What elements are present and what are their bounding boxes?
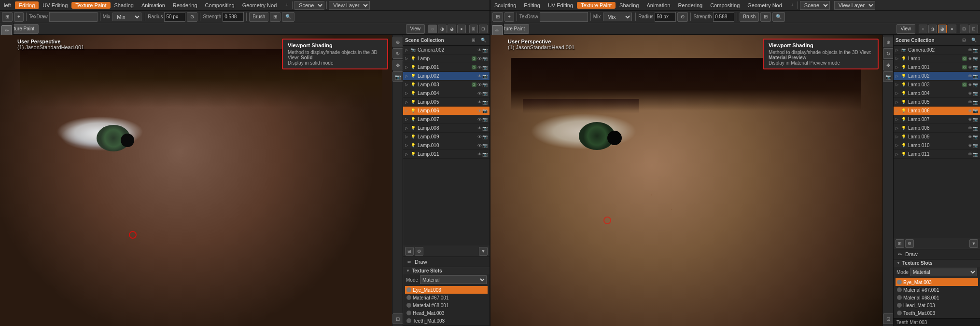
texture-slots-header-left[interactable]: ▼ Texture Slots [403,267,490,274]
radius-pressure-right[interactable]: ⊙ [677,12,688,22]
mode-select-right[interactable]: ⊞ [492,12,503,22]
strength-input-left[interactable] [223,12,244,22]
texture-btn-right[interactable]: ⊞ [760,12,771,22]
mat-67-right[interactable]: Material #67.001 [896,286,978,294]
xray-btn-right[interactable]: ⊡ [969,25,978,33]
outliner-item-lamp007-right[interactable]: ▷ 💡 Lamp.007 👁📷 [894,115,980,124]
outliner-item-lamp009-right[interactable]: ▷ 💡 Lamp.009 👁📷 [894,133,980,141]
camera-view-btn-left[interactable]: 📷 [392,71,403,82]
view-options-btn-right[interactable]: ▼ [969,239,978,248]
plus-icon-right[interactable]: + [788,1,797,10]
outliner-item-lamp003-left[interactable]: ▷ 💡 Lamp.003 G 👁📷 [403,81,490,89]
outliner-item-camera-left[interactable]: ▷ 📷 Camera.002 👁📷 [403,46,490,54]
menu-sculpting-right[interactable]: Sculpting [490,1,520,9]
orbit-btn-right[interactable]: ↻ [883,48,894,59]
mat-eye-right[interactable]: Eye_Mat.003 [896,278,978,286]
brush-input-right[interactable] [540,12,588,22]
pan-btn-left[interactable]: ✥ [392,60,403,70]
outliner-item-lamp001-left[interactable]: ▷ 💡 Lamp.001 G 👁📷 [403,63,490,72]
mode-select-right-ts[interactable]: Material [910,268,977,276]
blend-mode-left[interactable]: Mix [112,13,141,21]
menu-texture-paint-left[interactable]: Texture Paint [71,2,110,9]
search-btn-left[interactable]: 🔍 [282,12,294,22]
mat-68-left[interactable]: Material #68.001 [405,301,488,309]
menu-texture-paint-right[interactable]: Texture Paint [577,2,616,9]
menu-geometry-left[interactable]: Geometry Nod [238,1,281,9]
add-brush-btn-left[interactable]: + [14,12,24,22]
menu-animation-right[interactable]: Animation [643,1,674,9]
strength-input-right[interactable] [713,12,734,22]
matcap-shade-btn-left[interactable]: ◑ [438,25,447,33]
solid-shade-btn-right[interactable]: ○ [919,25,927,33]
menu-uv-editing-left[interactable]: UV Editing [39,1,71,9]
outliner-item-lamp004-right[interactable]: ▷ 💡 Lamp.004 👁📷 [894,89,980,98]
outliner-item-lamp006-right[interactable]: ▷ 💡 Lamp.006 👁📷 [894,107,980,115]
brush-btn-right[interactable]: Brush [740,12,759,22]
add-brush-btn-right[interactable]: + [504,12,514,22]
add-scene-btn-left[interactable]: ⊞ [405,247,414,256]
outliner-item-camera-right[interactable]: ▷ 📷 Camera.002 👁📷 [894,46,980,54]
brush-input-left[interactable] [49,12,98,22]
material-shade-btn-right[interactable]: ◕ [938,25,947,33]
menu-compositing-right[interactable]: Compositing [706,1,743,9]
menu-shading-right[interactable]: Shading [616,1,643,9]
menu-uv-editing-right[interactable]: UV Editing [544,1,577,9]
render-shade-btn-left[interactable]: ● [457,25,466,33]
menu-geometry-right[interactable]: Geometry Nod [743,1,786,9]
solid-shade-btn-left[interactable]: ○ [428,25,437,33]
outliner-item-lamp003-right[interactable]: ▷ 💡 Lamp.003 G 👁📷 [894,81,980,89]
search-btn-right[interactable]: 🔍 [772,12,785,22]
menu-rendering-right[interactable]: Rendering [674,1,706,9]
outliner-item-lamp010-right[interactable]: ▷ 💡 Lamp.010 👁📷 [894,141,980,150]
mode-select-left-ts[interactable]: Material [420,275,487,284]
menu-rendering-left[interactable]: Rendering [169,1,201,9]
menu-editing-right[interactable]: Editing [520,1,544,9]
mat-eye-left[interactable]: Eye_Mat.003 [405,286,488,294]
search-outliner-right[interactable]: 🔍 [969,36,978,44]
outliner-item-lamp011-right[interactable]: ▷ 💡 Lamp.011 👁📷 [894,150,980,159]
menu-shading-left[interactable]: Shading [111,1,138,9]
mat-67-left[interactable]: Material #67.001 [405,294,488,301]
menu-editing-left[interactable]: Editing [15,1,39,9]
outliner-item-lamp-right[interactable]: ▷ 💡 Lamp G 👁📷 [894,54,980,63]
local-view-btn-left[interactable]: ⊡ [392,313,403,324]
mat-68-right[interactable]: Material #68.001 [896,294,978,301]
outliner-item-lamp005-left[interactable]: ▷ 💡 Lamp.005 👁📷 [403,98,490,107]
radius-input-left[interactable] [164,12,185,22]
outliner-item-lamp002-left[interactable]: ▷ 💡 Lamp.002 👁📷 [403,72,490,81]
outliner-item-lamp-left[interactable]: ▷ 💡 Lamp G 👁📷 [403,54,490,63]
view-layer-select-left[interactable]: View Layer [329,1,370,10]
search-outliner-left[interactable]: 🔍 [479,36,488,44]
radius-input-right[interactable] [655,12,676,22]
menu-compositing-left[interactable]: Compositing [201,1,238,9]
local-view-btn-right[interactable]: ⊡ [883,313,894,324]
material-shade-btn-left[interactable]: ◕ [448,25,456,33]
menu-animation-left[interactable]: Animation [138,1,169,9]
brush-btn-left[interactable]: Brush [249,12,268,22]
filter-icon-left[interactable]: ⊞ [469,36,478,44]
view-btn-left[interactable]: View [406,24,425,34]
outliner-item-lamp005-right[interactable]: ▷ 💡 Lamp.005 👁📷 [894,98,980,107]
zoom-btn-right[interactable]: ⊕ [883,37,894,47]
outliner-item-lamp006-left[interactable]: ▷ 💡 Lamp.006 👁📷 [403,107,490,115]
mat-teeth-left[interactable]: Teeth_Mat.003 [405,317,488,325]
overlay-btn-left[interactable]: ⊞ [469,25,478,33]
panel-config-btn-right[interactable]: ⚙ [905,239,914,248]
camera-view-btn-right[interactable]: 📷 [883,71,894,82]
outliner-item-lamp009-left[interactable]: ▷ 💡 Lamp.009 👁📷 [403,133,490,141]
outliner-item-lamp011-left[interactable]: ▷ 💡 Lamp.011 👁📷 [403,150,490,159]
texture-btn-left[interactable]: ⊞ [270,12,280,22]
outliner-item-lamp002-right[interactable]: ▷ 💡 Lamp.002 👁📷 [894,72,980,81]
outliner-item-lamp008-right[interactable]: ▷ 💡 Lamp.008 👁📷 [894,124,980,133]
zoom-btn-left[interactable]: ⊕ [392,37,403,47]
scene-select-left[interactable]: Scene [294,1,324,10]
xray-btn-left[interactable]: ⊡ [479,25,488,33]
overlay-btn-right[interactable]: ⊞ [960,25,968,33]
matcap-shade-btn-right[interactable]: ◑ [928,25,937,33]
mat-head-left[interactable]: Head_Mat.003 [405,309,488,317]
outliner-item-lamp001-right[interactable]: ▷ 💡 Lamp.001 G 👁📷 [894,63,980,72]
texture-slots-header-right[interactable]: ▼ Texture Slots [894,259,980,267]
outliner-item-lamp004-left[interactable]: ▷ 💡 Lamp.004 👁📷 [403,89,490,98]
mat-head-right[interactable]: Head_Mat.003 [896,301,978,309]
orbit-btn-left[interactable]: ↻ [392,48,403,59]
